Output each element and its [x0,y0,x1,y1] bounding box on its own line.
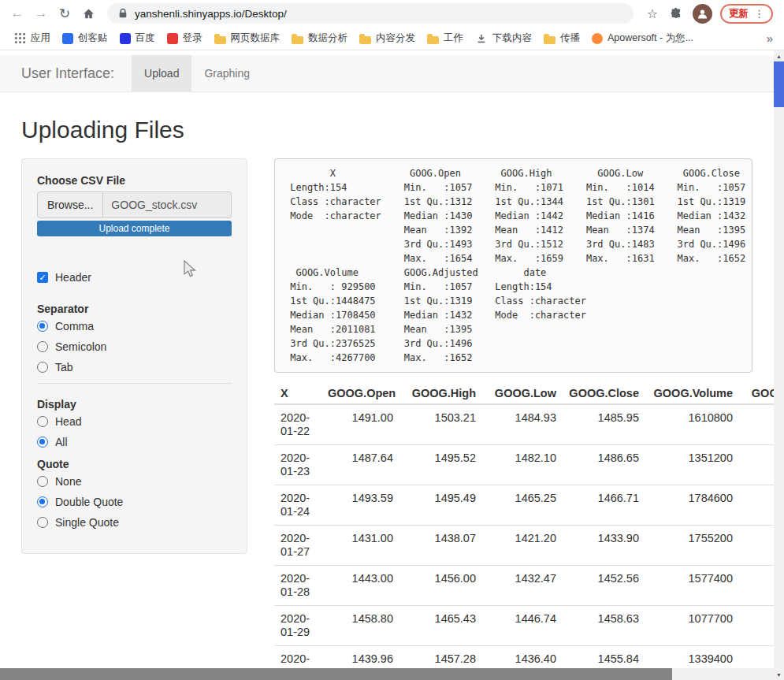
app-navbar: User Interface: Upload Graphing [0,55,774,92]
value-cell: 1495.52 [399,445,482,485]
quote-option-single-quote[interactable]: Single Quote [37,516,232,529]
bookmark-label: 创客贴 [78,32,108,45]
value-cell: 1486.65 [563,445,645,485]
bookmark-item[interactable]: 网页数据库 [209,29,286,47]
favicon [120,33,131,44]
value-cell: 1482.10 [482,445,563,485]
profile-avatar[interactable] [693,4,712,24]
upload-progress-bar: Upload complete [37,221,232,236]
extensions-icon[interactable] [665,2,687,24]
bookmarks-bar: 应用 创客贴百度登录网页数据库数据分析内容分发工作下载内容传播Apowersof… [0,27,784,50]
value-cell: 1503.21 [399,404,482,445]
data-table-zone: XGOOG.OpenGOOG.HighGOOG.LowGOOG.CloseGOO… [274,383,752,680]
display-option-all[interactable]: All [37,436,232,448]
quote-group: Quote NoneDouble QuoteSingle Quote [37,458,232,529]
favicon [592,33,603,44]
value-cell: 1487.64 [321,445,399,485]
folder-icon [427,36,439,44]
file-input: Browse... GOOG_stock.csv [37,191,232,218]
scroll-up-icon[interactable]: ▲ [774,50,784,61]
bookmark-item[interactable]: 内容分发 [354,29,421,47]
separator-option-comma[interactable]: Comma [37,320,232,333]
bookmark-label: 登录 [183,32,203,45]
lock-icon [118,8,128,19]
header-checkbox-label: Header [55,271,91,284]
tab-graphing-label: Graphing [204,67,250,80]
tab-graphing[interactable]: Graphing [191,55,262,91]
bookmark-label: 工作 [444,32,463,45]
radio-icon [37,341,48,352]
option-label: Double Quote [55,496,123,508]
value-cell: 1577400 [645,566,739,606]
vertical-scrollbar[interactable]: ▲ ▼ [774,50,784,680]
display-option-head[interactable]: Head [37,415,232,428]
horizontal-scrollbar-thumb[interactable] [0,668,672,680]
value-cell: 1432.47 [482,566,563,606]
favicon [62,33,73,44]
table-row: 2020-01-291458.801465.431446.741458.6310… [274,606,784,646]
apps-button[interactable]: 应用 [8,29,56,47]
column-header: GOOG.High [399,383,482,404]
main-content: Uploading Files Choose CSV File Browse..… [0,117,774,680]
date-cell: 2020-01-23 [274,445,321,485]
bookmark-item[interactable]: 传播 [538,29,585,47]
date-cell: 2020-01-24 [274,485,321,526]
value-cell: 1456.00 [399,566,482,606]
radio-icon [37,517,48,528]
horizontal-scrollbar[interactable] [0,668,774,680]
date-cell: 2020-01-29 [274,606,321,646]
browse-button[interactable]: Browse... [37,191,103,218]
back-icon[interactable]: ← [6,2,28,24]
value-cell: 1421.20 [482,526,563,566]
tab-upload[interactable]: Upload [132,55,191,91]
bookmark-item[interactable]: Apowersoft - 为您... [586,29,699,47]
summary-output: X GOOG.Open GOOG.High GOOG.Low GOOG.Clos… [274,158,752,373]
value-cell: 1465.43 [399,606,482,646]
bookmark-item[interactable]: 百度 [114,29,161,47]
radio-selected-icon [37,496,48,507]
quote-option-double-quote[interactable]: Double Quote [37,496,232,508]
bookmark-item[interactable]: 登录 [162,29,208,47]
home-icon[interactable] [77,2,99,24]
option-label: All [55,436,68,448]
vertical-scrollbar-thumb[interactable] [774,61,784,107]
separator-label: Separator [37,303,232,315]
bookmark-item[interactable]: 数据分析 [286,29,353,47]
quote-label: Quote [37,458,232,470]
update-button[interactable]: 更新 ⋮ [720,4,773,24]
value-cell: 1446.74 [482,606,563,646]
bookmark-item[interactable]: 创客贴 [57,29,113,47]
forward-icon[interactable]: → [30,2,52,24]
bookmark-star-icon[interactable]: ☆ [641,2,663,24]
column-header: GOOG.Open [321,383,399,404]
output-panel: X GOOG.Open GOOG.High GOOG.Low GOOG.Clos… [274,158,752,680]
scroll-down-icon[interactable]: ▼ [774,669,784,680]
app-brand: User Interface: [21,65,114,82]
reload-icon[interactable]: ↻ [54,2,76,24]
file-name-field[interactable]: GOOG_stock.csv [103,191,232,218]
header-checkbox[interactable]: Header [37,271,232,284]
browser-menu-icon[interactable]: ⋮ [754,8,764,20]
bookmark-item[interactable]: 工作 [422,29,469,47]
option-label: Tab [55,361,73,373]
value-cell: 1755200 [645,526,739,566]
date-cell: 2020-01-28 [274,566,321,606]
date-cell: 2020-01-22 [274,404,321,445]
separator-option-tab[interactable]: Tab [37,361,232,373]
quote-option-none[interactable]: None [37,475,232,488]
folder-icon [359,36,371,44]
value-cell: 1458.63 [563,606,645,646]
bookmark-label: 数据分析 [308,32,347,45]
data-table: XGOOG.OpenGOOG.HighGOOG.LowGOOG.CloseGOO… [274,383,784,680]
table-row: 2020-01-281443.001456.001432.471452.5615… [274,566,784,606]
value-cell: 1484.93 [482,404,563,445]
bookmarks-overflow-icon[interactable]: » [764,32,776,45]
separator-option-semicolon[interactable]: Semicolon [37,340,232,353]
puzzle-glyph [670,7,682,20]
quote-options: NoneDouble QuoteSingle Quote [37,475,232,529]
table-row: 2020-01-221491.001503.211484.931485.9516… [274,404,784,445]
update-label: 更新 [729,7,749,20]
address-bar[interactable]: yanshenli.shinyapps.io/Desktop/ [107,3,634,24]
bookmark-item[interactable]: 下载内容 [470,29,537,47]
page-viewport: User Interface: Upload Graphing Uploadin… [0,55,774,680]
